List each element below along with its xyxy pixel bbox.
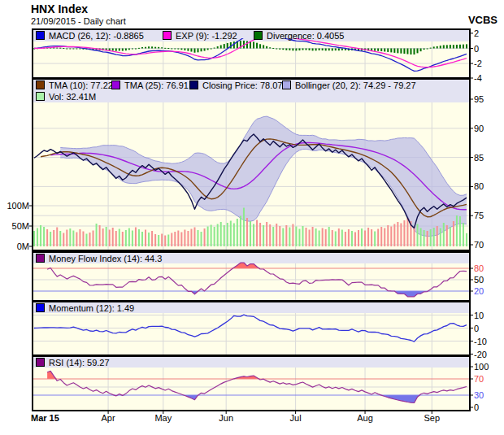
chart-canvas — [0, 0, 504, 435]
chart-window: HNX Index 21/09/2015 - Daily chart VCBS … — [0, 0, 504, 435]
